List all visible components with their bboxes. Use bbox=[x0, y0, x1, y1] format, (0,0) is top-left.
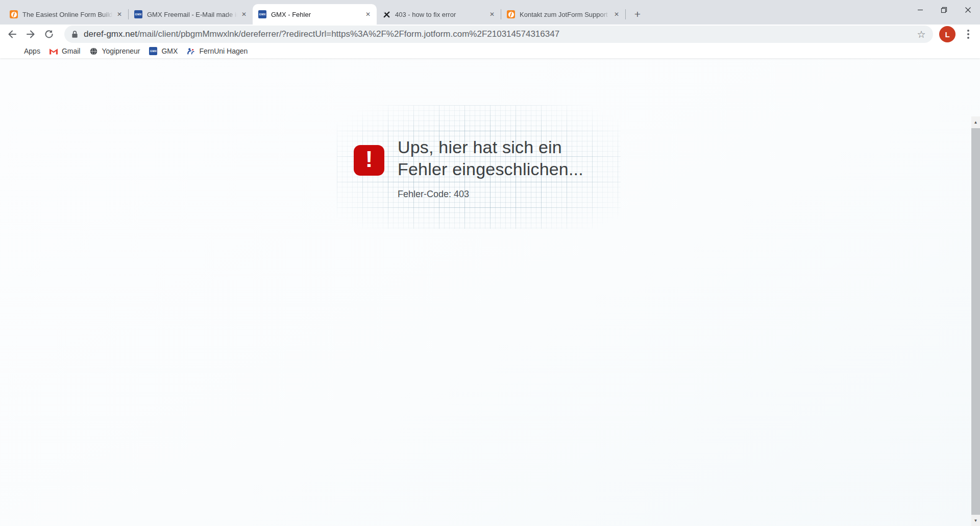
scroll-thumb[interactable] bbox=[971, 128, 980, 526]
error-exclamation-icon: ! bbox=[354, 145, 384, 176]
tab-403-how-to-fix[interactable]: 403 - how to fix error ✕ bbox=[377, 4, 501, 25]
tab-gmx-freemail[interactable]: GMX GMX Freemail - E-Mail made in G ✕ bbox=[129, 4, 253, 25]
tab-close-icon[interactable]: ✕ bbox=[239, 10, 249, 19]
crossed-tools-icon bbox=[382, 10, 390, 18]
bookmark-fernuni-hagen[interactable]: FernUni Hagen bbox=[182, 45, 252, 57]
window-controls bbox=[908, 0, 980, 19]
jotform-icon bbox=[10, 10, 18, 18]
tab-strip: The Easiest Online Form Builder ✕ GMX GM… bbox=[0, 0, 980, 25]
url-domain: deref-gmx.net bbox=[84, 29, 137, 39]
error-message-block: Ups, hier hat sich ein Fehler eingeschli… bbox=[398, 136, 583, 200]
tab-title: GMX - Fehler bbox=[271, 11, 361, 18]
gmail-icon bbox=[50, 47, 58, 55]
jotform-icon bbox=[507, 10, 515, 18]
scroll-down-button[interactable]: ▼ bbox=[971, 515, 980, 526]
bookmark-label: Yogipreneur bbox=[102, 47, 140, 55]
tab-jotform-support[interactable]: Kontakt zum JotForm Support ✕ bbox=[501, 4, 625, 25]
browser-toolbar: deref-gmx.net/mail/client/pbgmMmwxlnk/de… bbox=[0, 25, 980, 44]
scroll-up-button[interactable]: ▲ bbox=[971, 116, 980, 128]
reload-button[interactable] bbox=[40, 25, 58, 43]
new-tab-button[interactable]: + bbox=[630, 7, 645, 22]
gmx-icon: GMX bbox=[258, 10, 266, 18]
bookmark-yogipreneur[interactable]: Yogipreneur bbox=[85, 45, 144, 57]
apps-grid-icon bbox=[12, 47, 20, 55]
forward-button[interactable] bbox=[21, 25, 40, 43]
tab-close-icon[interactable]: ✕ bbox=[612, 10, 621, 19]
tab-close-icon[interactable]: ✕ bbox=[363, 10, 373, 19]
page-content: ! Ups, hier hat sich ein Fehler eingesch… bbox=[0, 58, 980, 526]
browser-menu-icon[interactable] bbox=[960, 26, 977, 43]
tab-easiest-online-form-builder[interactable]: The Easiest Online Form Builder ✕ bbox=[4, 4, 128, 25]
tab-title: GMX Freemail - E-Mail made in G bbox=[147, 11, 237, 18]
close-window-button[interactable] bbox=[956, 0, 980, 19]
bookmark-label: GMX bbox=[161, 47, 178, 55]
bookmark-gmx[interactable]: GMX GMX bbox=[144, 45, 182, 57]
url-text: deref-gmx.net/mail/client/pbgmMmwxlnk/de… bbox=[84, 29, 915, 39]
lock-icon[interactable] bbox=[71, 30, 78, 38]
bookmark-label: FernUni Hagen bbox=[199, 47, 248, 55]
bookmarks-bar: Apps Gmail Yogipreneur GMX bbox=[0, 44, 980, 58]
error-heading-line2: Fehler eingeschlichen... bbox=[398, 158, 583, 180]
profile-avatar[interactable]: L bbox=[939, 26, 955, 42]
gmx-icon: GMX bbox=[134, 10, 142, 18]
tab-close-icon[interactable]: ✕ bbox=[487, 10, 497, 19]
scrollbar[interactable]: ▲ ▼ bbox=[971, 116, 980, 526]
bookmark-label: Gmail bbox=[62, 47, 81, 55]
tab-title: 403 - how to fix error bbox=[395, 11, 485, 18]
address-bar[interactable]: deref-gmx.net/mail/client/pbgmMmwxlnk/de… bbox=[64, 26, 933, 43]
error-code-text: Fehler-Code: 403 bbox=[398, 189, 583, 200]
tab-close-icon[interactable]: ✕ bbox=[115, 10, 124, 19]
tab-title: The Easiest Online Form Builder bbox=[22, 11, 113, 18]
url-path: /mail/client/pbgmMmwxlnk/dereferrer/?red… bbox=[137, 29, 559, 39]
bookmark-gmail[interactable]: Gmail bbox=[45, 45, 85, 57]
gmx-icon: GMX bbox=[149, 47, 157, 55]
back-button[interactable] bbox=[3, 25, 21, 43]
minimize-button[interactable] bbox=[908, 0, 932, 19]
tab-separator bbox=[625, 9, 626, 19]
tab-gmx-fehler-active[interactable]: GMX GMX - Fehler ✕ bbox=[253, 4, 377, 25]
error-heading: Ups, hier hat sich ein Fehler eingeschli… bbox=[398, 136, 583, 180]
bookmark-star-icon[interactable]: ☆ bbox=[915, 29, 928, 40]
restore-button[interactable] bbox=[932, 0, 956, 19]
browser-window: The Easiest Online Form Builder ✕ GMX GM… bbox=[0, 0, 980, 526]
error-heading-line1: Ups, hier hat sich ein bbox=[398, 136, 583, 158]
globe-icon bbox=[89, 47, 97, 55]
tab-title: Kontakt zum JotForm Support bbox=[520, 11, 610, 18]
bookmark-apps[interactable]: Apps bbox=[7, 45, 45, 57]
bookmark-label: Apps bbox=[24, 47, 40, 55]
fernuni-hagen-icon bbox=[187, 47, 195, 55]
